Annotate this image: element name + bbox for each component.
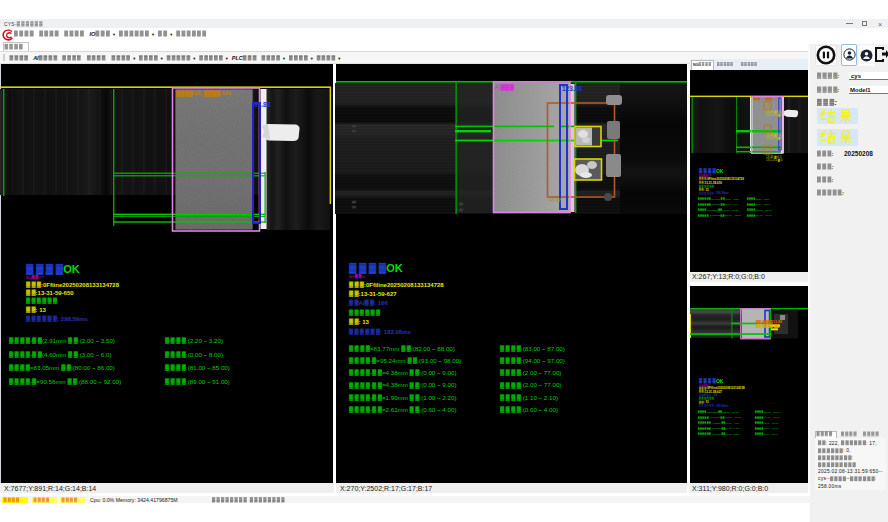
svg-text:▓▓▓▓:93, ▓▓▓▓:100: ▓▓▓▓:93, ▓▓▓▓:100 <box>176 90 231 97</box>
svg-text:13.1-0.5 ▓:0: 13.1-0.5 ▓:0 <box>766 158 783 162</box>
svg-text:▓▓▓▓:93, ▓▓▓▓:100: ▓▓▓▓:93, ▓▓▓▓:100 <box>753 98 778 101</box>
svg-text:▓▓:▓▓▓▓ ▓▓: ▓▓:▓▓▓▓ ▓▓ <box>756 323 780 328</box>
svg-text:13.1-0.5 ▓:0: 13.1-0.5 ▓:0 <box>766 136 783 140</box>
svg-text:123.88: 123.88 <box>562 85 582 92</box>
svg-text:43.98: 43.98 <box>549 197 562 203</box>
svg-text:93.88: 93.88 <box>254 101 271 108</box>
svg-text:13.1-0.5 ▓:0: 13.1-0.5 ▓:0 <box>766 113 783 117</box>
svg-text:AI▓▓▓: AI▓▓▓ <box>495 84 514 91</box>
